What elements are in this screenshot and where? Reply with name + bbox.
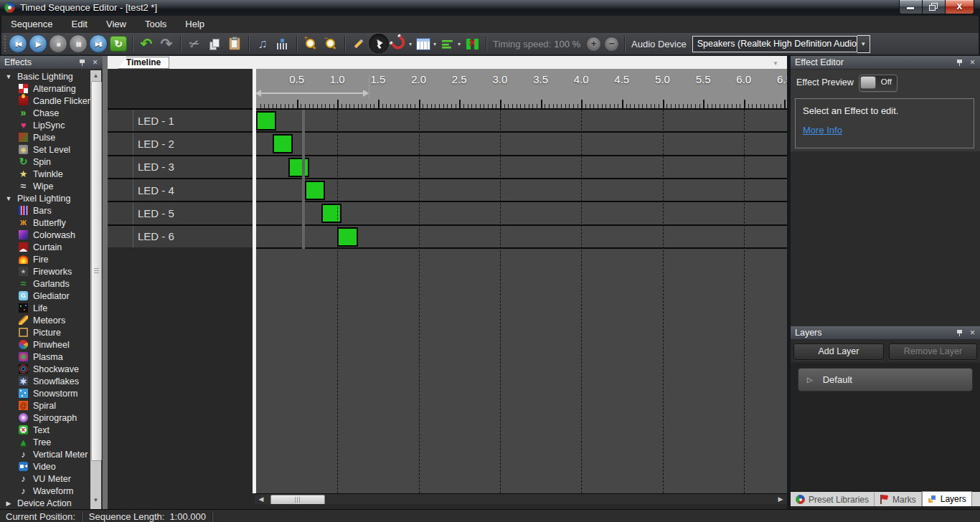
skip-to-start-button[interactable]: ▮◀	[9, 34, 27, 53]
effect-item-bars[interactable]: Bars	[0, 204, 90, 217]
visible-range-arrow[interactable]	[256, 92, 368, 94]
effect-item-snowflakes[interactable]: Snowflakes	[0, 375, 90, 387]
cut-button[interactable]: ✂	[184, 34, 204, 54]
effect-preview-toggle[interactable]: Off	[859, 75, 897, 92]
effect-item-curtain[interactable]: Curtain	[0, 241, 90, 253]
effect-item-spirograph[interactable]: Spirograph	[0, 412, 90, 424]
draw-tool-button[interactable]	[349, 34, 369, 54]
stop-button[interactable]: ■	[49, 34, 67, 53]
add-layer-button[interactable]: Add Layer	[793, 343, 884, 360]
align-dropdown-icon[interactable]: ▾	[458, 41, 461, 47]
effect-block[interactable]	[337, 227, 357, 247]
effect-item-shockwave[interactable]: Shockwave	[0, 363, 90, 375]
minimize-button[interactable]	[899, 0, 923, 14]
effect-item-fire[interactable]: Fire	[0, 253, 90, 265]
tab-list-chevron-icon[interactable]: ▼	[773, 60, 778, 67]
pin-icon[interactable]	[77, 58, 87, 67]
effect-item-chase[interactable]: Chase	[0, 107, 90, 119]
timeline-row[interactable]	[256, 110, 787, 133]
effects-scrollbar[interactable]: ▲ ▼	[90, 70, 101, 509]
timeline-hscrollbar-thumb[interactable]	[270, 495, 325, 505]
effect-item-alternating[interactable]: Alternating	[0, 82, 90, 95]
tree-collapse-icon[interactable]: ▶	[4, 500, 13, 507]
dock-tab-marks[interactable]: Marks	[875, 493, 922, 506]
audio-device-dropdown-icon[interactable]: ▼	[857, 35, 870, 53]
effect-item-set-level[interactable]: Set Level	[0, 143, 90, 156]
effect-block[interactable]	[305, 181, 325, 200]
effect-item-garlands[interactable]: Garlands	[0, 277, 90, 290]
scroll-right-icon[interactable]: ▶	[776, 495, 786, 504]
pin-icon[interactable]	[955, 58, 964, 67]
layer-expand-icon[interactable]: ▷	[807, 376, 813, 384]
redo-button[interactable]: ↷	[156, 34, 176, 54]
more-info-link[interactable]: More Info	[803, 125, 842, 136]
effect-item-spin[interactable]: Spin	[0, 156, 90, 168]
effect-item-lipsync[interactable]: LipSync	[0, 119, 90, 131]
snap-tool-button[interactable]	[389, 34, 409, 54]
effect-item-text[interactable]: Text	[0, 424, 90, 436]
scroll-left-icon[interactable]: ◀	[256, 495, 266, 504]
effect-item-candle-flicker[interactable]: Candle Flicker	[0, 95, 90, 107]
audio-device-select[interactable]: Speakers (Realtek High Definition Audio)	[692, 36, 857, 52]
zoom-out-button[interactable]: −	[321, 34, 341, 54]
timeline-row[interactable]	[256, 226, 787, 249]
timing-speed-decrease-button[interactable]: −	[604, 37, 619, 52]
effect-block[interactable]	[256, 111, 276, 130]
effect-block[interactable]	[321, 204, 341, 223]
pause-button[interactable]: ▮▮	[69, 34, 88, 53]
scroll-down-icon[interactable]: ▼	[90, 495, 101, 506]
timeline-row[interactable]	[256, 156, 787, 179]
undo-button[interactable]: ↶	[136, 34, 156, 54]
toggle-knob[interactable]	[860, 76, 876, 89]
snap-dropdown-icon[interactable]: ▾	[409, 41, 412, 47]
tree-expand-icon[interactable]: ▼	[4, 73, 13, 80]
timeline-row-label[interactable]: LED - 2	[108, 133, 253, 156]
copy-button[interactable]	[204, 34, 225, 54]
effect-item-snowstorm[interactable]: Snowstorm	[0, 387, 90, 399]
panel-splitter[interactable]	[103, 56, 108, 509]
dock-tab-layers[interactable]: Layers	[922, 491, 972, 506]
close-icon[interactable]: ×	[968, 58, 977, 67]
timeline-row[interactable]	[256, 133, 787, 156]
timeline-grid[interactable]	[256, 108, 787, 493]
effect-item-vu-meter[interactable]: VU Meter	[0, 473, 90, 485]
play-button[interactable]: ▶	[29, 34, 47, 53]
timeline-row[interactable]	[256, 179, 787, 202]
grid-view-button[interactable]	[413, 34, 433, 54]
skip-to-end-button[interactable]: ▶▮	[89, 34, 108, 53]
close-icon[interactable]: ×	[90, 58, 100, 67]
beat-marks-button[interactable]	[273, 34, 293, 54]
restore-button[interactable]	[923, 0, 945, 14]
effects-group-device-action[interactable]: ▶Device Action	[0, 497, 90, 509]
effect-item-pulse[interactable]: Pulse	[0, 131, 90, 143]
pin-icon[interactable]	[955, 328, 964, 338]
timeline-row-label[interactable]: LED - 1	[108, 110, 253, 133]
zoom-in-button[interactable]: +	[301, 34, 321, 54]
timeline-row-label[interactable]: LED - 4	[108, 179, 253, 202]
effect-item-pinwheel[interactable]: Pinwheel	[0, 338, 90, 351]
layers-panel-header[interactable]: Layers ×	[791, 326, 980, 340]
effects-group-pixel-lighting[interactable]: ▼Pixel Lighting	[0, 192, 90, 204]
dock-tab-preset-libraries[interactable]: Preset Libraries	[791, 493, 875, 506]
menu-edit[interactable]: Edit	[62, 16, 97, 33]
loop-button[interactable]: ↻	[110, 36, 127, 52]
effect-item-video[interactable]: Video	[0, 460, 90, 473]
effect-item-fireworks[interactable]: Fireworks	[0, 265, 90, 277]
effect-block[interactable]	[288, 158, 308, 177]
align-effects-button[interactable]	[438, 34, 458, 54]
timeline-row-label[interactable]: LED - 6	[108, 226, 253, 249]
effect-item-twinkle[interactable]: Twinkle	[0, 168, 90, 180]
menu-view[interactable]: View	[97, 16, 136, 33]
close-gaps-button[interactable]	[462, 34, 482, 54]
timeline-hscrollbar[interactable]: ◀ ▶	[255, 493, 787, 504]
select-tool-button[interactable]	[369, 34, 389, 54]
effect-item-meteors[interactable]: Meteors	[0, 314, 90, 326]
effect-item-plasma[interactable]: Plasma	[0, 351, 90, 363]
effect-item-tree[interactable]: Tree	[0, 436, 90, 448]
timeline-ruler[interactable]: 0.51.01.52.02.53.03.54.04.55.05.56.06.5	[256, 69, 787, 108]
effect-item-wipe[interactable]: Wipe	[0, 180, 90, 192]
timeline-marker-line[interactable]	[302, 110, 305, 249]
layer-item-default[interactable]: ▷Default	[798, 368, 973, 392]
effect-item-spiral[interactable]: Spiral	[0, 399, 90, 412]
effects-group-basic-lighting[interactable]: ▼Basic Lighting	[0, 70, 90, 82]
